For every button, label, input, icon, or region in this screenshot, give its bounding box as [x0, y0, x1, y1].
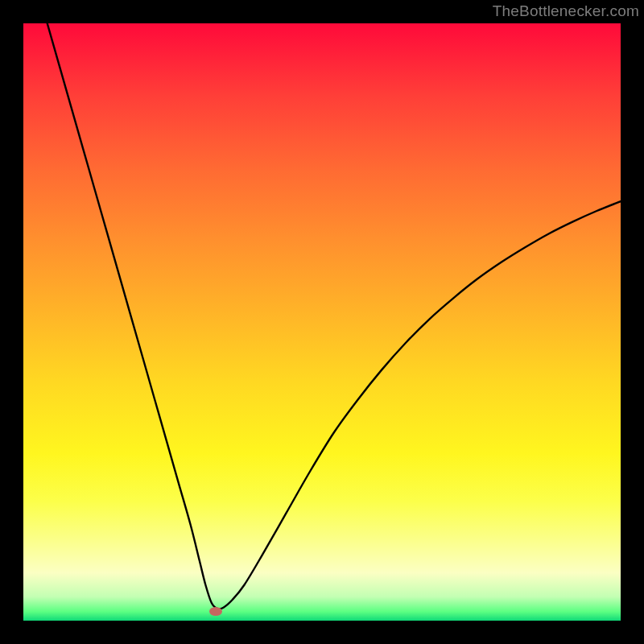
curve-svg	[23, 23, 621, 621]
optimum-marker	[209, 607, 222, 616]
bottleneck-curve	[47, 23, 621, 609]
watermark-label: TheBottlenecker.com	[493, 2, 639, 20]
chart-frame: TheBottlenecker.com	[0, 0, 644, 644]
plot-area	[23, 23, 621, 621]
